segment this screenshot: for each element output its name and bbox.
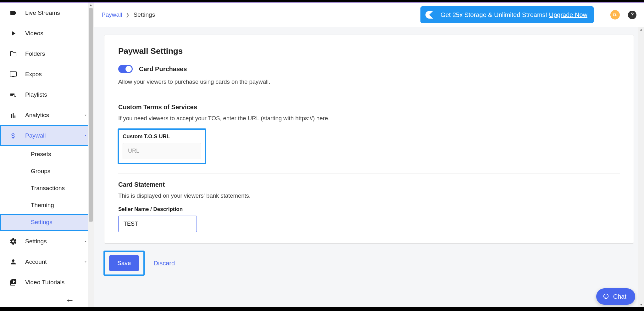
- upgrade-now-link[interactable]: Upgrade Now: [549, 11, 587, 18]
- settings-panel: Paywall Settings Card Purchases Allow yo…: [104, 35, 634, 244]
- card-statement-title: Card Statement: [118, 181, 620, 188]
- seller-name-block: Seller Name / Description: [118, 206, 620, 232]
- breadcrumb: Paywall ❯ Settings: [102, 11, 155, 18]
- sidebar-item-expos[interactable]: Expos: [0, 64, 94, 84]
- sidebar-label-account: Account: [25, 258, 75, 265]
- tos-field-block: Custom T.O.S URL: [118, 129, 206, 164]
- breadcrumb-paywall-link[interactable]: Paywall: [102, 11, 122, 18]
- card-purchases-toggle[interactable]: [118, 65, 133, 73]
- sidebar-item-analytics[interactable]: Analytics: [0, 105, 94, 125]
- sidebar-label-analytics: Analytics: [25, 112, 75, 119]
- tos-title: Custom Terms of Services: [118, 104, 620, 111]
- play-icon: [9, 29, 18, 38]
- back-arrow-icon[interactable]: ←: [65, 295, 74, 305]
- upgrade-banner[interactable]: Get 25x Storage & Unlimited Streams! Upg…: [420, 6, 594, 23]
- sidebar-label-live-streams: Live Streams: [25, 9, 88, 16]
- sidebar-item-videos[interactable]: Videos: [0, 23, 94, 43]
- sidebar-item-paywall[interactable]: Paywall: [0, 125, 94, 146]
- gear-icon: [9, 237, 18, 246]
- svg-point-0: [603, 294, 608, 299]
- card-purchases-label: Card Purchases: [139, 65, 187, 73]
- save-button-highlight: Save: [104, 251, 144, 275]
- sidebar-sub-settings[interactable]: Settings: [0, 214, 94, 231]
- analytics-icon: [9, 111, 18, 120]
- tos-section: Custom Terms of Services If you need vie…: [118, 96, 620, 173]
- sidebar-item-folders[interactable]: Folders: [0, 43, 94, 64]
- chat-icon: [602, 293, 609, 300]
- upgrade-logo-icon: [423, 8, 436, 21]
- sidebar-label-videos: Videos: [25, 30, 88, 37]
- chevron-down-icon: [83, 259, 88, 264]
- card-statement-section: Card Statement This is displayed on your…: [118, 173, 620, 232]
- camera-icon: [9, 8, 18, 17]
- card-statement-desc: This is displayed on your viewers' bank …: [118, 191, 620, 200]
- dollar-icon: [9, 131, 18, 140]
- tos-url-input[interactable]: [123, 143, 201, 159]
- chat-widget[interactable]: Chat: [596, 288, 635, 305]
- folder-icon: [9, 49, 18, 58]
- help-icon[interactable]: ?: [628, 11, 636, 19]
- sidebar-label-settings: Settings: [25, 238, 75, 245]
- content-scrollbar[interactable]: ▲ ▼: [638, 27, 644, 307]
- sidebar-item-settings[interactable]: Settings: [0, 231, 94, 252]
- header-bar: Paywall ❯ Settings Get 25x Storage & Unl…: [94, 3, 644, 27]
- playlist-icon: [9, 90, 18, 99]
- person-icon: [9, 257, 18, 266]
- chevron-right-icon: ❯: [126, 12, 130, 17]
- discard-button[interactable]: Discard: [153, 260, 175, 267]
- sidebar: Live Streams Videos Folders Expos Playli…: [0, 3, 94, 307]
- sidebar-label-playlists: Playlists: [25, 91, 88, 98]
- sidebar-label-video-tutorials: Video Tutorials: [25, 279, 88, 286]
- user-avatar[interactable]: EL: [610, 10, 620, 20]
- sidebar-label-paywall: Paywall: [25, 132, 75, 139]
- chevron-down-icon: [83, 113, 88, 118]
- sidebar-sub-theming[interactable]: Theming: [0, 197, 94, 214]
- card-purchases-section: Card Purchases Allow your viewers to pur…: [118, 65, 620, 96]
- sidebar-label-folders: Folders: [25, 50, 88, 57]
- monitor-icon: [9, 70, 18, 79]
- sidebar-item-account[interactable]: Account: [0, 252, 94, 272]
- chat-label: Chat: [613, 293, 626, 300]
- breadcrumb-current: Settings: [133, 11, 155, 18]
- upgrade-banner-text: Get 25x Storage & Unlimited Streams!: [441, 11, 549, 18]
- sidebar-sub-groups[interactable]: Groups: [0, 163, 94, 180]
- sidebar-item-playlists[interactable]: Playlists: [0, 84, 94, 105]
- seller-name-input[interactable]: [118, 216, 197, 232]
- tos-desc: If you need viewers to accept your TOS, …: [118, 114, 620, 123]
- sidebar-sub-presets[interactable]: Presets: [0, 146, 94, 163]
- tos-url-label: Custom T.O.S URL: [123, 133, 201, 140]
- card-purchases-desc: Allow your viewers to purchase using car…: [118, 77, 620, 86]
- sidebar-item-video-tutorials[interactable]: Video Tutorials: [0, 272, 94, 292]
- sidebar-sub-transactions[interactable]: Transactions: [0, 180, 94, 197]
- sidebar-item-live-streams[interactable]: Live Streams: [0, 3, 94, 23]
- video-library-icon: [9, 278, 18, 287]
- seller-name-label: Seller Name / Description: [118, 206, 620, 212]
- page-title: Paywall Settings: [118, 46, 620, 56]
- sidebar-label-expos: Expos: [25, 71, 88, 78]
- sidebar-scrollbar[interactable]: ▲: [88, 3, 94, 307]
- chevron-up-icon: [83, 133, 88, 138]
- chevron-down-icon: [83, 239, 88, 244]
- save-button[interactable]: Save: [109, 255, 139, 271]
- action-bar: Save Discard: [104, 251, 634, 275]
